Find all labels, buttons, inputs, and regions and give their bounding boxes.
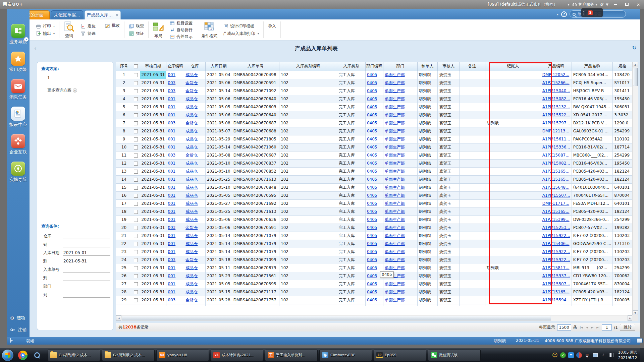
cell-link[interactable]: 成品仓 (185, 97, 198, 101)
cell-link[interactable]: 成品仓 (185, 177, 198, 182)
last-page-icon[interactable]: ►| (596, 326, 600, 329)
auto-wrap-button[interactable]: 自动折行 (168, 27, 194, 33)
cell-link[interactable]: 成品仓 (185, 105, 198, 109)
tray-volume-icon[interactable]: ♪ (600, 352, 606, 358)
cell-link[interactable]: 001 (168, 137, 175, 141)
chrome-icon[interactable] (18, 351, 28, 360)
row-checkbox[interactable] (134, 89, 138, 93)
cell-link[interactable]: 001 (168, 161, 175, 166)
page-number-input[interactable]: 1 (602, 324, 612, 330)
minimize-button[interactable] (611, 1, 620, 7)
cell-link[interactable]: A1PM15507... (542, 282, 570, 286)
tab-unposted-docs[interactable]: 未记账单据… (51, 10, 83, 19)
cell-link[interactable]: 单面生产部 (385, 233, 405, 238)
row-checkbox[interactable] (134, 274, 138, 278)
taskbar-clock[interactable]: 10:05 周六 2021/6/12 (618, 350, 637, 360)
cell-link[interactable]: A1PM15922... (542, 257, 570, 262)
cell-link[interactable]: A1PZ15648... (542, 185, 570, 190)
nav-dropdown-badge-icon[interactable]: ▾ (24, 37, 29, 42)
cell-link[interactable]: A1PZ15406... (542, 241, 570, 246)
tab-close-icon[interactable]: × (115, 13, 119, 17)
cell-link[interactable]: 0405 (367, 290, 377, 294)
output-button[interactable]: 输出▾ (34, 31, 56, 37)
cell-link[interactable]: 001 (168, 105, 175, 109)
cell-link[interactable]: 0405 (367, 225, 377, 230)
voucher-button[interactable]: 凭证 (127, 31, 146, 37)
column-header[interactable]: 入库日期 (205, 62, 232, 71)
cell-link[interactable]: 003 (168, 121, 175, 125)
cell-link[interactable]: 0405 (367, 185, 377, 190)
layout-button[interactable]: 布局 (150, 19, 167, 40)
taskbar-button[interactable]: 工手工输入单价列... (265, 350, 318, 361)
show-desktop-button[interactable] (640, 348, 644, 362)
print-button[interactable]: 打印▾ (34, 23, 56, 29)
cell-link[interactable]: 成品仓 (185, 161, 198, 166)
cell-link[interactable]: 0405 (367, 241, 377, 246)
cell-link[interactable]: 单面生产部 (385, 282, 405, 286)
row-checkbox[interactable] (134, 210, 138, 214)
logoff-button[interactable]: 注销 (10, 327, 26, 333)
column-header[interactable]: 产品编码 (541, 62, 572, 71)
cell-link[interactable]: 001 (168, 129, 175, 133)
column-header[interactable]: 记账人 (485, 62, 541, 71)
cell-link[interactable]: 成品仓 (185, 241, 198, 246)
sogou-drag-handle-icon[interactable] (583, 11, 586, 14)
cell-link[interactable]: 001 (168, 282, 175, 286)
cell-link[interactable]: 003 (168, 153, 175, 158)
cell-link[interactable]: 成品仓 (185, 72, 198, 77)
cell-link[interactable]: 单面生产部 (385, 217, 405, 222)
cell-link[interactable]: 金货仓 (185, 257, 198, 262)
titlebar-chevron-icon[interactable]: ▼ (606, 3, 608, 6)
column-header[interactable]: 规格 (613, 62, 632, 71)
title-dropdown-icon[interactable]: ▾ (568, 3, 569, 6)
cell-link[interactable]: 0405 (367, 97, 377, 101)
cell-link[interactable]: 金货仓 (185, 88, 198, 93)
cell-link[interactable]: 0405 (367, 282, 377, 286)
cell-link[interactable]: 成品仓 (185, 233, 198, 238)
cell-link[interactable]: DMP-11717... (542, 201, 570, 206)
cell-link[interactable]: 成品仓 (185, 185, 198, 190)
tray-security-icon[interactable]: ✓ (560, 352, 566, 358)
sidebar-item-report-center[interactable]: 报表中心 (7, 107, 30, 128)
cell-link[interactable]: 成品仓 (185, 169, 198, 174)
taskbar-button[interactable]: G:\胡列娥\2 成本... (102, 350, 155, 361)
cell-link[interactable]: 0405 (367, 298, 377, 302)
cell-link[interactable]: 金货仓 (185, 298, 198, 302)
cell-link[interactable]: 001 (168, 265, 175, 270)
batch-edit-button[interactable]: 批改 (103, 22, 121, 29)
cell-link[interactable]: 成品仓 (185, 274, 198, 278)
row-checkbox[interactable] (134, 234, 138, 238)
taskbar-button[interactable]: ⊕Cimforce-ERP (319, 350, 372, 361)
cell-link[interactable]: A1PZ15266... (542, 80, 570, 85)
row-checkbox[interactable] (134, 290, 138, 294)
sidebar-item-business-nav[interactable]: ▾ 业务导航 (7, 24, 30, 45)
cell-link[interactable]: 001 (168, 97, 175, 101)
cell-link[interactable]: A1PM15336... (542, 145, 570, 149)
vertical-scrollbar[interactable]: ▲ ▼ (632, 62, 638, 316)
cell-link[interactable]: 0405 (367, 137, 377, 141)
cell-link[interactable]: 0405 (367, 193, 377, 198)
cell-link[interactable]: A1PZ15817... (542, 265, 570, 270)
query-field-input[interactable] (63, 276, 110, 281)
cell-link[interactable]: 001 (168, 177, 175, 182)
cell-link[interactable]: 001 (168, 145, 175, 149)
column-header[interactable]: 入库类别 (337, 62, 365, 71)
cell-link[interactable]: 成品仓 (185, 217, 198, 222)
cell-link[interactable]: 单面生产部 (385, 185, 405, 190)
cell-link[interactable]: 单面生产部 (385, 80, 405, 85)
cell-link[interactable]: 003 (168, 88, 175, 93)
cell-link[interactable]: 0405 (367, 105, 377, 109)
statusbar-collapse-icon[interactable]: ▸ (10, 338, 13, 343)
cell-link[interactable]: 单面生产部 (385, 72, 405, 77)
cell-link[interactable]: 金货仓 (185, 121, 198, 125)
cell-link[interactable]: 0405 (367, 153, 377, 158)
cell-link[interactable]: A1PM15611... (542, 137, 570, 141)
cell-link[interactable]: A1PM15082... (542, 97, 570, 101)
cell-link[interactable]: A1PZ15165... (542, 209, 570, 214)
taskbar-button[interactable]: G:\胡列娥\2 成本... (48, 350, 100, 361)
cell-link[interactable]: A1PM15253... (542, 225, 570, 230)
tray-usb-icon[interactable]: ψ (584, 352, 590, 358)
query-field-input[interactable] (63, 267, 110, 273)
refresh-icon[interactable]: ↻ (632, 45, 637, 51)
cell-link[interactable]: 001 (168, 233, 175, 238)
